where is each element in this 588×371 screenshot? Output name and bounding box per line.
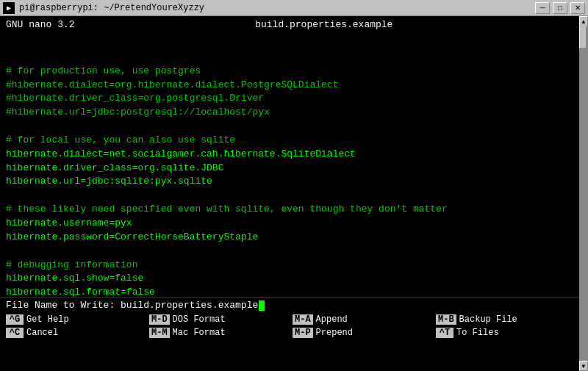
editor-area[interactable]: # for production use, use postgres #hibe… [0,32,579,297]
shortcut-item: M-M Mac Format [146,326,290,339]
scroll-track[interactable] [579,26,588,361]
editor-line: hibernate.username=pyx [6,217,132,228]
shortcut-key: M-A [293,314,313,325]
cursor [259,300,265,311]
window-title: pi@raspberrypi: ~/PretendYoureXyzzy [19,3,204,13]
editor-line: # for production use, use postgres [6,65,201,76]
title-bar-controls: ─ □ ✕ [535,2,585,14]
editor-line: hibernate.sql.show=false [6,273,143,284]
editor-line: #hibernate.driver_class=org.postgresql.D… [6,93,264,104]
scroll-down-button[interactable]: ▼ [579,361,588,371]
scroll-up-button[interactable]: ▲ [579,16,588,26]
editor-line: hibernate.dialect=net.socialgamer.cah.hi… [6,148,356,159]
terminal-icon: ▶ [3,2,15,14]
shortcut-key: M-B [436,314,456,325]
editor-line: # these likely need specified even with … [6,203,448,215]
minimize-button[interactable]: ─ [535,2,550,14]
shortcut-label: Backup File [459,314,517,325]
shortcut-item: ^G Get Help [3,313,146,326]
shortcut-label: Append [316,314,348,325]
close-button[interactable]: ✕ [570,2,585,14]
nano-version: GNU nano 3.2 [6,19,75,30]
shortcut-label: Cancel [26,328,58,338]
filename-label: File Name to Write: build.properties.exa… [6,300,258,311]
filename-bar: File Name to Write: build.properties.exa… [0,297,579,313]
shortcut-bar: ^G Get Help M-D DOS Format M-A Append M-… [0,313,579,339]
title-bar: ▶ pi@raspberrypi: ~/PretendYoureXyzzy ─ … [0,0,588,16]
shortcut-item: M-P Prepend [290,326,433,339]
shortcut-item: ^T To Files [433,326,576,339]
editor-line: hibernate.password=CorrectHorseBatterySt… [6,231,258,242]
scroll-thumb[interactable] [579,26,587,48]
editor-line: # debugging information [6,259,137,270]
shortcut-label: Prepend [316,328,353,338]
editor-line: hibernate.url=jdbc:sqlite:pyx.sqlite [6,176,212,187]
editor-line: # for local use, you can also use sqlite [6,134,235,145]
shortcut-label: DOS Format [173,314,226,325]
editor-line: #hibernate.dialect=org.hibernate.dialect… [6,79,338,90]
scrollbar[interactable]: ▲ ▼ [579,16,588,371]
shortcut-item: M-D DOS Format [146,313,290,326]
shortcut-label: To Files [456,328,499,338]
shortcut-item: M-B Backup File [433,313,576,326]
shortcut-label: Mac Format [173,328,226,338]
shortcut-key: M-P [293,328,313,338]
shortcut-key: M-M [149,328,170,338]
shortcut-item: ^C Cancel [3,326,146,339]
editor-line: #hibernate.url=jdbc:postgresql://localho… [6,107,270,118]
shortcut-item: M-A Append [290,313,433,326]
terminal-window: ▶ pi@raspberrypi: ~/PretendYoureXyzzy ─ … [0,0,588,371]
shortcut-key: M-D [149,314,170,325]
editor-line: hibernate.sql.format=false [6,287,155,297]
maximize-button[interactable]: □ [553,2,567,14]
nano-filename: build.properties.example [75,19,573,30]
shortcut-key: ^T [436,328,453,338]
nano-header: GNU nano 3.2 build.properties.example [0,16,579,32]
shortcut-key: ^G [6,314,24,325]
shortcut-key: ^C [6,328,24,338]
shortcut-label: Get Help [26,314,69,325]
title-bar-left: ▶ pi@raspberrypi: ~/PretendYoureXyzzy [3,2,204,14]
main-content: GNU nano 3.2 build.properties.example # … [0,16,579,339]
editor-line: hibernate.driver_class=org.sqlite.JDBC [6,162,223,173]
